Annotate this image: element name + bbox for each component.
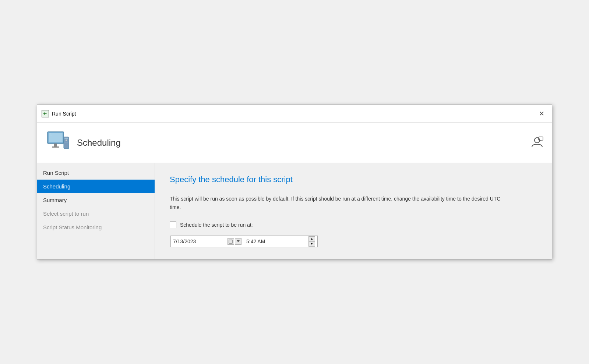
schedule-checkbox[interactable] bbox=[170, 222, 176, 228]
date-input-controls bbox=[228, 238, 241, 245]
date-dropdown-button[interactable] bbox=[235, 238, 241, 245]
date-input[interactable]: 7/13/2023 bbox=[170, 236, 244, 247]
title-bar: +- Run Script ✕ bbox=[37, 105, 552, 123]
user-icon bbox=[530, 135, 544, 150]
content-heading: Specify the schedule for this script bbox=[170, 175, 537, 184]
dialog-title: Run Script bbox=[52, 111, 76, 117]
checkbox-row: Schedule the script to be run at: bbox=[170, 222, 537, 228]
checkbox-label: Schedule the script to be run at: bbox=[180, 222, 253, 228]
sidebar-item-run-script[interactable]: Run Script bbox=[37, 166, 155, 180]
sidebar: Run Script Scheduling Summary Select scr… bbox=[37, 163, 155, 259]
close-button[interactable]: ✕ bbox=[536, 109, 547, 119]
svg-point-6 bbox=[66, 139, 67, 141]
sidebar-item-select-script: Select script to run bbox=[37, 207, 155, 220]
time-value: 5:42 AM bbox=[246, 238, 265, 244]
time-input[interactable]: 5:42 AM ▲ ▼ bbox=[244, 236, 318, 247]
sidebar-item-script-status: Script Status Monitoring bbox=[37, 220, 155, 234]
sidebar-item-summary[interactable]: Summary bbox=[37, 193, 155, 207]
svg-rect-1 bbox=[49, 133, 63, 142]
svg-rect-13 bbox=[229, 240, 233, 243]
date-value: 7/13/2023 bbox=[173, 238, 196, 244]
header-area: Scheduling bbox=[37, 123, 552, 163]
calendar-button[interactable] bbox=[228, 238, 234, 245]
time-up-button[interactable]: ▲ bbox=[308, 236, 315, 241]
title-bar-left: +- Run Script bbox=[42, 110, 76, 117]
svg-rect-2 bbox=[54, 144, 57, 146]
header-left: Scheduling bbox=[45, 130, 121, 156]
content-panel: Specify the schedule for this script Thi… bbox=[155, 163, 552, 259]
svg-rect-5 bbox=[64, 138, 68, 139]
header-title: Scheduling bbox=[77, 138, 121, 148]
run-script-title-icon: +- bbox=[42, 110, 49, 117]
svg-marker-17 bbox=[237, 240, 240, 242]
datetime-row: 7/13/2023 bbox=[170, 236, 537, 247]
description-text: This script will be run as soon as possi… bbox=[170, 195, 501, 211]
svg-rect-3 bbox=[52, 146, 59, 148]
time-spinner: ▲ ▼ bbox=[308, 236, 315, 247]
svg-rect-7 bbox=[64, 142, 68, 142]
sidebar-item-scheduling[interactable]: Scheduling bbox=[37, 180, 155, 193]
time-down-button[interactable]: ▼ bbox=[308, 241, 315, 247]
main-content: Run Script Scheduling Summary Select scr… bbox=[37, 163, 552, 259]
run-script-dialog: +- Run Script ✕ bbox=[37, 105, 552, 259]
computer-icon bbox=[45, 130, 71, 156]
